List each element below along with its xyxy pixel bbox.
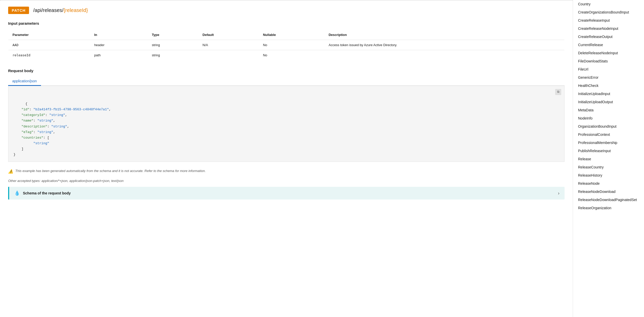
param-description xyxy=(324,50,564,60)
warning-icon: ⚠️ xyxy=(8,169,13,174)
sidebar-item[interactable]: Country xyxy=(577,0,640,8)
sidebar-item[interactable]: ReleaseHistory xyxy=(577,171,640,179)
code-open-brace: { xyxy=(25,102,28,106)
sidebar-item[interactable]: ProfessionalMembership xyxy=(577,139,640,147)
col-parameter: Parameter xyxy=(8,30,90,40)
param-in: header xyxy=(90,40,148,50)
sidebar-item[interactable]: ProfessionalContext xyxy=(577,130,640,139)
sidebar-item[interactable]: ReleaseOrganization xyxy=(577,204,640,212)
schema-row[interactable]: 💧 Schema of the request body › xyxy=(8,187,565,200)
param-default xyxy=(198,50,259,60)
code-description-value: "string" xyxy=(51,125,67,128)
sidebar-item[interactable]: CreateReleaseNodeInput xyxy=(577,24,640,33)
tab-application-json[interactable]: application/json xyxy=(8,77,41,86)
schema-icon: 💧 xyxy=(14,190,20,196)
code-categoryId-value: "string" xyxy=(49,113,65,117)
other-types: Other accepted types: application/*+json… xyxy=(8,179,565,183)
col-default: Default xyxy=(198,30,259,40)
sidebar-item[interactable]: HealthCheck xyxy=(577,82,640,90)
sidebar-item[interactable]: ReleaseNodeDownloadPaginatedSet xyxy=(577,196,640,204)
code-name-key: "name" xyxy=(13,119,33,123)
sidebar-item[interactable]: ReleaseCountry xyxy=(577,163,640,171)
method-badge: PATCH xyxy=(8,7,29,14)
request-body-title: Request body xyxy=(8,69,565,73)
sidebar-item[interactable]: FileDownloadStats xyxy=(577,57,640,65)
sidebar-item[interactable]: ReleaseNodeDownload xyxy=(577,188,640,196)
param-in: path xyxy=(90,50,148,60)
sidebar-item[interactable]: NodeInfo xyxy=(577,114,640,122)
copy-icon[interactable]: ⧉ xyxy=(555,89,561,95)
code-categoryId-key: "categoryId" xyxy=(13,113,45,117)
code-countries-value: "string" xyxy=(33,141,49,145)
code-name-value: "string" xyxy=(37,119,53,123)
params-table: Parameter In Type Default Nullable Descr… xyxy=(8,30,565,60)
sidebar-item[interactable]: CreateOrganizationsBoundInput xyxy=(577,8,640,16)
path-param: {releaseId} xyxy=(63,7,88,13)
code-description-key: "description" xyxy=(13,125,47,128)
endpoint-path: /api/releases/{releaseId} xyxy=(33,7,88,13)
sidebar-item[interactable]: PublishReleaseInput xyxy=(577,147,640,155)
table-row: releaseId path string No xyxy=(8,50,565,60)
code-id-value: "b2a414f3-fb15-4798-9563-c4848f44e7a1" xyxy=(33,108,109,111)
schema-label: Schema of the request body xyxy=(23,191,71,195)
sidebar: CountryCreateOrganizationsBoundInputCrea… xyxy=(573,0,644,317)
param-nullable: No xyxy=(259,40,325,50)
input-parameters-title: Input parameters xyxy=(8,21,565,25)
tab-bar: application/json xyxy=(8,77,565,86)
col-in: In xyxy=(90,30,148,40)
param-type: string xyxy=(148,50,198,60)
param-type: string xyxy=(148,40,198,50)
col-type: Type xyxy=(148,30,198,40)
sidebar-item[interactable]: InitializeUploadOutput xyxy=(577,98,640,106)
sidebar-item[interactable]: GenericError xyxy=(577,73,640,82)
param-name: releaseId xyxy=(8,50,90,60)
path-static: /api/releases/ xyxy=(33,7,63,13)
schema-left: 💧 Schema of the request body xyxy=(14,190,71,196)
sidebar-item[interactable]: FileUrl xyxy=(577,65,640,73)
sidebar-item[interactable]: Release xyxy=(577,155,640,163)
main-content: PATCH /api/releases/{releaseId} Input pa… xyxy=(0,0,573,317)
endpoint-header: PATCH /api/releases/{releaseId} xyxy=(8,1,565,19)
table-row: AAD header string N/A No Access token is… xyxy=(8,40,565,50)
sidebar-item[interactable]: MetaData xyxy=(577,106,640,114)
sidebar-item[interactable]: CurrentRelease xyxy=(577,41,640,49)
request-body-section: Request body application/json ⧉ { "id": … xyxy=(8,69,565,200)
schema-chevron-icon: › xyxy=(558,191,559,196)
sidebar-item[interactable]: CreateReleaseInput xyxy=(577,16,640,24)
param-default: N/A xyxy=(198,40,259,50)
code-close-brace: } xyxy=(13,153,16,156)
code-countries-key: "countries" xyxy=(13,136,43,140)
warning-box: ⚠️ This example has been generated autom… xyxy=(8,166,565,177)
sidebar-item[interactable]: OrganizationBoundInput xyxy=(577,122,640,130)
code-eTag-key: "eTag" xyxy=(13,130,33,134)
param-description: Access token issued by Azure Active Dire… xyxy=(324,40,564,50)
sidebar-item[interactable]: CreateReleaseOutput xyxy=(577,33,640,41)
sidebar-item[interactable]: DeleteReleaseNodeInput xyxy=(577,49,640,57)
sidebar-item[interactable]: ReleaseNode xyxy=(577,179,640,188)
code-id-key: "id" xyxy=(13,108,29,111)
code-eTag-value: "string" xyxy=(37,130,53,134)
param-nullable: No xyxy=(259,50,325,60)
sidebar-item[interactable]: InitializeUploadInput xyxy=(577,90,640,98)
col-nullable: Nullable xyxy=(259,30,325,40)
col-description: Description xyxy=(324,30,564,40)
code-block: ⧉ { "id": "b2a414f3-fb15-4798-9563-c4848… xyxy=(8,86,565,162)
warning-text: This example has been generated automati… xyxy=(15,169,206,173)
param-name: AAD xyxy=(8,40,90,50)
